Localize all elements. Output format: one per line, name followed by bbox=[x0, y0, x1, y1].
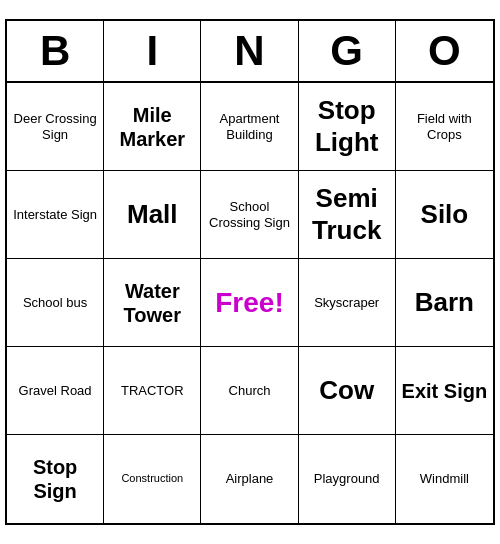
bingo-cell-19: Exit Sign bbox=[396, 347, 493, 435]
bingo-card: BINGO Deer Crossing SignMile MarkerApart… bbox=[5, 19, 495, 525]
bingo-cell-16: TRACTOR bbox=[104, 347, 201, 435]
bingo-header: BINGO bbox=[7, 21, 493, 83]
bingo-cell-18: Cow bbox=[299, 347, 396, 435]
bingo-cell-0: Deer Crossing Sign bbox=[7, 83, 104, 171]
bingo-cell-20: Stop Sign bbox=[7, 435, 104, 523]
bingo-cell-2: Apartment Building bbox=[201, 83, 298, 171]
bingo-cell-15: Gravel Road bbox=[7, 347, 104, 435]
bingo-cell-6: Mall bbox=[104, 171, 201, 259]
bingo-cell-12: Free! bbox=[201, 259, 298, 347]
bingo-cell-13: Skyscraper bbox=[299, 259, 396, 347]
bingo-cell-4: Field with Crops bbox=[396, 83, 493, 171]
bingo-cell-3: Stop Light bbox=[299, 83, 396, 171]
bingo-cell-1: Mile Marker bbox=[104, 83, 201, 171]
bingo-cell-10: School bus bbox=[7, 259, 104, 347]
bingo-cell-22: Airplane bbox=[201, 435, 298, 523]
bingo-cell-11: Water Tower bbox=[104, 259, 201, 347]
header-letter-g: G bbox=[299, 21, 396, 81]
bingo-grid: Deer Crossing SignMile MarkerApartment B… bbox=[7, 83, 493, 523]
bingo-cell-24: Windmill bbox=[396, 435, 493, 523]
header-letter-o: O bbox=[396, 21, 493, 81]
bingo-cell-9: Silo bbox=[396, 171, 493, 259]
bingo-cell-14: Barn bbox=[396, 259, 493, 347]
bingo-cell-21: Construction bbox=[104, 435, 201, 523]
header-letter-n: N bbox=[201, 21, 298, 81]
bingo-cell-23: Playground bbox=[299, 435, 396, 523]
header-letter-i: I bbox=[104, 21, 201, 81]
bingo-cell-17: Church bbox=[201, 347, 298, 435]
bingo-cell-7: School Crossing Sign bbox=[201, 171, 298, 259]
bingo-cell-8: Semi Truck bbox=[299, 171, 396, 259]
header-letter-b: B bbox=[7, 21, 104, 81]
bingo-cell-5: Interstate Sign bbox=[7, 171, 104, 259]
